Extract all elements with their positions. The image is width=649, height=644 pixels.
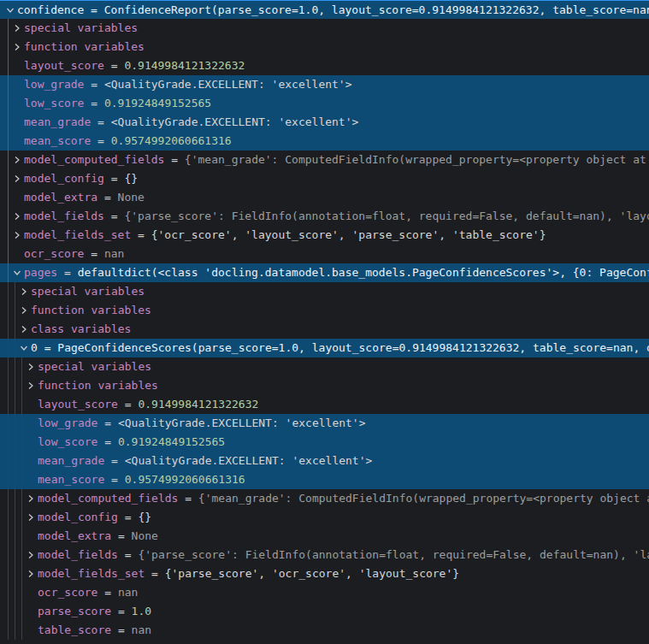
variable-label: model_extra = None bbox=[38, 527, 158, 546]
chevron-right-icon[interactable] bbox=[10, 228, 24, 242]
variable-name: ocr_score bbox=[38, 586, 97, 599]
indent-guide bbox=[21, 452, 22, 470]
equals-separator: = bbox=[131, 228, 150, 241]
variable-name: function variables bbox=[38, 379, 158, 392]
indent-guide bbox=[8, 132, 9, 151]
tree-row[interactable]: model_fields_set = {'ocr_score', 'layout… bbox=[0, 226, 649, 245]
tree-row[interactable]: model_fields_set = {'parse_score', 'ocr_… bbox=[0, 564, 649, 583]
chevron-right-icon[interactable] bbox=[17, 304, 31, 317]
chevron-right-icon[interactable] bbox=[24, 379, 38, 393]
variable-value: {'ocr_score', 'layout_score', 'parse_sco… bbox=[151, 228, 546, 241]
variable-value: {'parse_score', 'ocr_score', 'layout_sco… bbox=[165, 567, 459, 580]
variable-name: table_score bbox=[38, 623, 111, 636]
tree-row[interactable]: model_extra = None bbox=[0, 188, 649, 207]
chevron-right-icon[interactable] bbox=[10, 210, 24, 223]
twistie-spacer bbox=[24, 529, 38, 543]
indent-guide bbox=[15, 602, 15, 621]
chevron-right-icon[interactable] bbox=[10, 21, 24, 35]
variable-name: model_computed_fields bbox=[38, 492, 178, 505]
variable-label: model_computed_fields = {'mean_grade': C… bbox=[38, 489, 649, 508]
indent-guide bbox=[8, 602, 9, 621]
chevron-right-icon[interactable] bbox=[24, 511, 38, 524]
variable-name: mean_score bbox=[24, 134, 91, 147]
indent-guide bbox=[15, 527, 15, 546]
tree-row[interactable]: confidence = ConfidenceReport(parse_scor… bbox=[0, 0, 649, 19]
variable-label: model_fields_set = {'parse_score', 'ocr_… bbox=[38, 564, 459, 583]
tree-row[interactable]: special variables bbox=[0, 19, 649, 38]
twistie-spacer bbox=[24, 417, 38, 430]
tree-row[interactable]: layout_score = 0.9149984121322632 bbox=[0, 395, 649, 414]
tree-row[interactable]: ocr_score = nan bbox=[0, 583, 649, 602]
equals-separator: = bbox=[84, 78, 103, 91]
tree-row[interactable]: mean_grade = <QualityGrade.EXCELLENT: 'e… bbox=[0, 113, 649, 132]
indent-guide bbox=[15, 320, 15, 339]
equals-separator: = bbox=[164, 153, 184, 166]
variable-value: {'parse_score': FieldInfo(annotation=flo… bbox=[124, 210, 649, 222]
tree-row[interactable]: model_extra = None bbox=[0, 527, 649, 546]
indent-guide bbox=[15, 376, 15, 395]
twistie-spacer bbox=[24, 454, 38, 468]
indent-guide bbox=[8, 376, 9, 395]
chevron-right-icon[interactable] bbox=[17, 285, 31, 298]
chevron-right-icon[interactable] bbox=[10, 153, 24, 167]
tree-row[interactable]: low_score = 0.91924849152565 bbox=[0, 94, 649, 113]
variable-label: model_fields = {'parse_score': FieldInfo… bbox=[24, 207, 649, 226]
tree-row[interactable]: model_computed_fields = {'mean_grade': C… bbox=[0, 489, 649, 508]
variable-value: {'mean_grade': ComputedFieldInfo(wrapped… bbox=[198, 492, 649, 505]
tree-row[interactable]: function variables bbox=[0, 376, 649, 395]
variable-value: 0.9149984121322632 bbox=[138, 398, 258, 411]
variable-name: ocr_score bbox=[24, 247, 84, 260]
chevron-right-icon[interactable] bbox=[24, 492, 38, 505]
tree-row[interactable]: parse_score = 1.0 bbox=[0, 602, 649, 621]
indent-guide bbox=[15, 357, 15, 376]
tree-row[interactable]: mean_grade = <QualityGrade.EXCELLENT: 'e… bbox=[0, 452, 649, 470]
chevron-right-icon[interactable] bbox=[17, 322, 31, 336]
variable-value: <QualityGrade.EXCELLENT: 'excellent'> bbox=[118, 417, 366, 429]
tree-row[interactable]: model_fields = {'parse_score': FieldInfo… bbox=[0, 207, 649, 226]
tree-row[interactable]: model_fields = {'parse_score': FieldInfo… bbox=[0, 546, 649, 564]
chevron-down-icon[interactable] bbox=[17, 341, 31, 355]
tree-row[interactable]: low_score = 0.91924849152565 bbox=[0, 433, 649, 452]
chevron-down-icon[interactable] bbox=[10, 266, 24, 280]
indent-guide bbox=[8, 188, 9, 207]
tree-row[interactable]: low_grade = <QualityGrade.EXCELLENT: 'ex… bbox=[0, 414, 649, 433]
tree-row[interactable]: ocr_score = nan bbox=[0, 245, 649, 263]
tree-row[interactable]: class variables bbox=[0, 320, 649, 339]
variable-name: mean_grade bbox=[38, 454, 104, 467]
chevron-down-icon[interactable] bbox=[3, 3, 17, 17]
tree-row[interactable]: pages = defaultdict(<class 'docling.data… bbox=[0, 263, 649, 282]
tree-row[interactable]: special variables bbox=[0, 357, 649, 376]
variable-name: mean_grade bbox=[24, 115, 91, 128]
variable-name: class variables bbox=[31, 322, 131, 335]
variable-value: 0.91924849152565 bbox=[118, 435, 225, 448]
variable-value: PageConfidenceScores(parse_score=1.0, la… bbox=[57, 341, 649, 354]
tree-row[interactable]: 0 = PageConfidenceScores(parse_score=1.0… bbox=[0, 339, 649, 357]
variable-value: None bbox=[132, 529, 158, 542]
tree-row[interactable]: special variables bbox=[0, 282, 649, 301]
indent-guide bbox=[21, 489, 22, 508]
chevron-right-icon[interactable] bbox=[10, 40, 24, 54]
tree-row[interactable]: model_computed_fields = {'mean_grade': C… bbox=[0, 151, 649, 169]
tree-row[interactable]: low_grade = <QualityGrade.EXCELLENT: 'ex… bbox=[0, 75, 649, 94]
chevron-right-icon[interactable] bbox=[24, 567, 38, 581]
indent-guide bbox=[21, 527, 22, 546]
variable-name: model_config bbox=[38, 511, 118, 523]
variable-label: low_grade = <QualityGrade.EXCELLENT: 'ex… bbox=[24, 75, 352, 94]
equals-separator: = bbox=[104, 59, 124, 72]
indent-guide bbox=[15, 470, 15, 489]
indent-guide bbox=[21, 414, 22, 433]
tree-row[interactable]: layout_score = 0.9149984121322632 bbox=[0, 56, 649, 75]
tree-row[interactable]: function variables bbox=[0, 301, 649, 320]
tree-row[interactable]: mean_score = 0.9574992060661316 bbox=[0, 470, 649, 489]
chevron-right-icon[interactable] bbox=[24, 548, 38, 562]
tree-row[interactable]: model_config = {} bbox=[0, 508, 649, 527]
tree-row[interactable]: table_score = nan bbox=[0, 621, 649, 640]
tree-row[interactable]: function variables bbox=[0, 38, 649, 56]
indent-guide bbox=[15, 508, 15, 527]
indent-guide bbox=[8, 94, 9, 113]
chevron-right-icon[interactable] bbox=[24, 360, 38, 374]
tree-row[interactable]: model_config = {} bbox=[0, 169, 649, 188]
tree-row[interactable]: mean_score = 0.9574992060661316 bbox=[0, 132, 649, 151]
variable-name: model_extra bbox=[24, 191, 97, 204]
chevron-right-icon[interactable] bbox=[10, 172, 24, 186]
